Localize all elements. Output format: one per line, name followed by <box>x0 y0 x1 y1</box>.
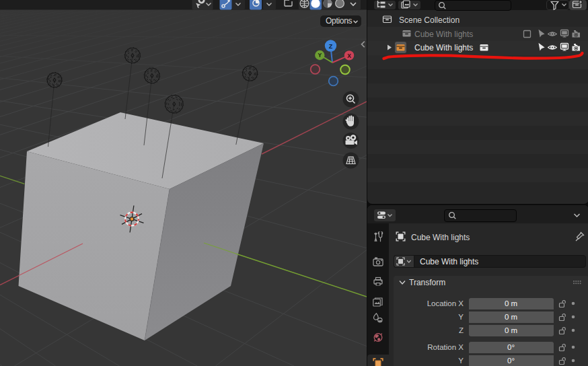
svg-text:Y: Y <box>318 52 322 59</box>
svg-text:X: X <box>347 52 351 59</box>
svg-text:Z: Z <box>329 43 333 50</box>
